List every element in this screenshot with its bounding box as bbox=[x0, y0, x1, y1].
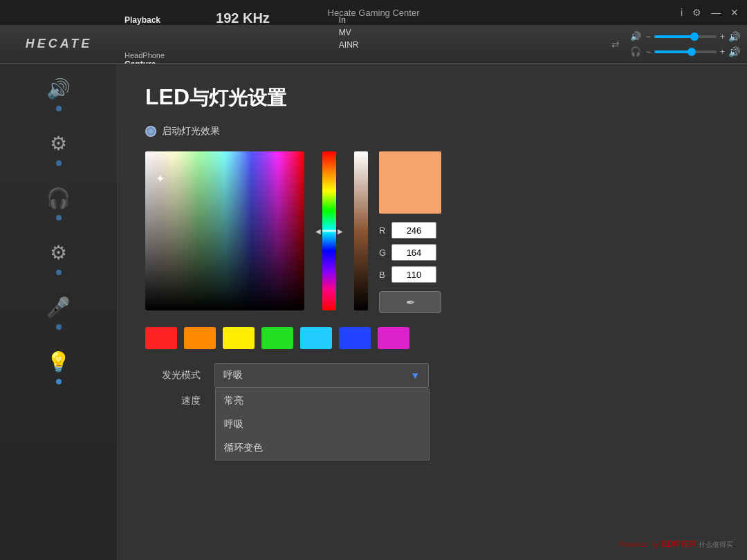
vol2-plus[interactable]: + bbox=[720, 47, 725, 57]
vol1-fill bbox=[654, 35, 695, 38]
headphone-small-icon: 🎧 bbox=[630, 46, 643, 57]
mode-section: 发光模式 呼吸 ▼ 常亮 呼吸 循环变色 速度 bbox=[145, 363, 719, 407]
swatch-pink[interactable] bbox=[378, 327, 409, 349]
color-gradient-box[interactable]: ✦ bbox=[145, 151, 304, 310]
vol2-fill bbox=[654, 50, 692, 53]
headphones-icon: 🎧 bbox=[46, 187, 71, 209]
black-overlay bbox=[145, 151, 304, 310]
mv-label: MV bbox=[339, 26, 359, 39]
watermark-sub: 什么值得买 bbox=[699, 541, 733, 548]
sidebar-item-headphones[interactable]: 🎧 bbox=[46, 187, 71, 221]
khz-value: 192 KHz bbox=[216, 10, 270, 26]
b-row: B bbox=[379, 266, 441, 283]
info-button[interactable]: i bbox=[681, 7, 683, 18]
eyedropper-button[interactable]: ✒ bbox=[379, 291, 441, 313]
mode-dropdown[interactable]: 呼吸 ▼ 常亮 呼吸 循环变色 bbox=[214, 363, 429, 388]
sidebar-item-mic[interactable]: 🎤 bbox=[46, 296, 71, 330]
main-content: LED与灯光设置 启动灯光效果 ✦ ◀ ▶ bbox=[118, 64, 747, 560]
vol2-minus[interactable]: − bbox=[646, 47, 651, 57]
swap-button[interactable]: ⇄ bbox=[611, 39, 620, 50]
vol2-sound-icon: 🔊 bbox=[728, 46, 740, 57]
sidebar-dot-light bbox=[56, 379, 62, 384]
volume-controls: 🔊 − + 🔊 🎧 − + 🔊 bbox=[630, 31, 740, 57]
swatch-yellow[interactable] bbox=[223, 327, 255, 349]
speaker-small-icon: 🔊 bbox=[630, 31, 643, 41]
r-input[interactable] bbox=[391, 222, 436, 239]
swatch-red[interactable] bbox=[145, 327, 177, 349]
eyedropper-icon: ✒ bbox=[406, 296, 415, 309]
sidebar-dot-speaker bbox=[56, 106, 62, 111]
hue-indicator bbox=[322, 230, 336, 232]
vol1-slider[interactable] bbox=[654, 35, 717, 38]
dropdown-item-breathe[interactable]: 呼吸 bbox=[216, 413, 429, 436]
enable-label: 启动灯光效果 bbox=[162, 125, 220, 138]
color-picker-area: ✦ ◀ ▶ R G B bbox=[145, 151, 719, 313]
section-led: LED bbox=[145, 84, 190, 109]
dropdown-item-normal[interactable]: 常亮 bbox=[216, 389, 429, 413]
audio-row-top: Playback 192 KHz In MV AINR bbox=[124, 10, 605, 51]
enable-row: 启动灯光效果 bbox=[145, 125, 719, 138]
settings1-icon: ⚙ bbox=[50, 132, 67, 155]
sidebar-dot-mic bbox=[56, 324, 62, 330]
g-input[interactable] bbox=[391, 244, 436, 261]
swatch-green[interactable] bbox=[261, 327, 293, 349]
sidebar-dot-headphones bbox=[56, 215, 62, 221]
window-controls: i ⚙ — ✕ bbox=[681, 7, 739, 18]
hue-strip[interactable] bbox=[322, 151, 336, 310]
sidebar-dot-settings1 bbox=[56, 160, 62, 166]
volume-row-2: 🎧 − + 🔊 bbox=[630, 46, 740, 57]
close-button[interactable]: ✕ bbox=[730, 7, 739, 18]
mode-dropdown-menu: 常亮 呼吸 循环变色 bbox=[215, 389, 430, 460]
brand-name: EDIFIER bbox=[661, 539, 697, 549]
vol1-plus[interactable]: + bbox=[720, 32, 725, 41]
logo-area: HECATE bbox=[0, 37, 118, 51]
vol1-thumb[interactable] bbox=[690, 32, 699, 41]
vol2-slider[interactable] bbox=[654, 50, 717, 53]
minimize-button[interactable]: — bbox=[711, 7, 721, 18]
swatch-blue[interactable] bbox=[339, 327, 371, 349]
color-swatches bbox=[145, 327, 719, 349]
r-row: R bbox=[379, 222, 441, 239]
dropdown-item-cycle[interactable]: 循环变色 bbox=[216, 436, 429, 460]
playback-label: Playback bbox=[124, 15, 160, 25]
light-icon: 💡 bbox=[46, 351, 71, 373]
section-title: LED与灯光设置 bbox=[145, 84, 719, 111]
settings2-icon: ⚙ bbox=[50, 241, 67, 264]
g-row: G bbox=[379, 244, 441, 261]
mode-value: 呼吸 bbox=[223, 369, 243, 382]
settings-title-button[interactable]: ⚙ bbox=[692, 7, 701, 18]
mode-row: 发光模式 呼吸 ▼ 常亮 呼吸 循环变色 bbox=[145, 363, 719, 388]
b-input[interactable] bbox=[391, 266, 436, 283]
g-label: G bbox=[379, 248, 387, 258]
in-section: In MV AINR bbox=[339, 14, 359, 51]
mic-icon: 🎤 bbox=[46, 296, 71, 319]
swatch-cyan[interactable] bbox=[300, 327, 332, 349]
volume-row-1: 🔊 − + 🔊 bbox=[630, 31, 740, 42]
enable-radio[interactable] bbox=[145, 126, 156, 137]
in-label: In bbox=[339, 14, 359, 26]
sidebar-dot-settings2 bbox=[56, 270, 62, 275]
r-label: R bbox=[379, 225, 387, 236]
vol2-thumb[interactable] bbox=[688, 48, 696, 56]
sidebar-item-speaker[interactable]: 🔊 bbox=[46, 77, 71, 111]
swatch-orange[interactable] bbox=[184, 327, 216, 349]
color-preview-box bbox=[379, 151, 441, 214]
powered-by: Powered by bbox=[618, 540, 658, 548]
sidebar-item-settings2[interactable]: ⚙ bbox=[50, 241, 67, 275]
speaker-icon: 🔊 bbox=[46, 77, 71, 100]
sidebar: 🔊 ⚙ 🎧 ⚙ 🎤 💡 bbox=[0, 64, 118, 560]
footer-watermark: Powered by EDIFIER 什么值得买 bbox=[618, 539, 733, 550]
vol1-minus[interactable]: − bbox=[646, 32, 651, 41]
sidebar-item-light[interactable]: 💡 bbox=[46, 351, 71, 384]
logo-text: HECATE bbox=[26, 37, 93, 51]
header-bar: HECATE Playback 192 KHz In MV AINR HeadP… bbox=[0, 25, 747, 64]
audio-row-bottom: HeadPhone bbox=[124, 51, 605, 59]
vol1-sound-icon: 🔊 bbox=[728, 31, 740, 42]
ainr-label: AINR bbox=[339, 39, 359, 51]
hue-arrow-left: ◀ bbox=[315, 227, 321, 235]
alpha-strip[interactable] bbox=[354, 151, 368, 310]
color-right-panel: R G B ✒ bbox=[379, 151, 441, 313]
sidebar-item-settings1[interactable]: ⚙ bbox=[50, 132, 67, 166]
section-rest: 与灯光设置 bbox=[190, 87, 286, 109]
b-label: B bbox=[379, 270, 387, 280]
